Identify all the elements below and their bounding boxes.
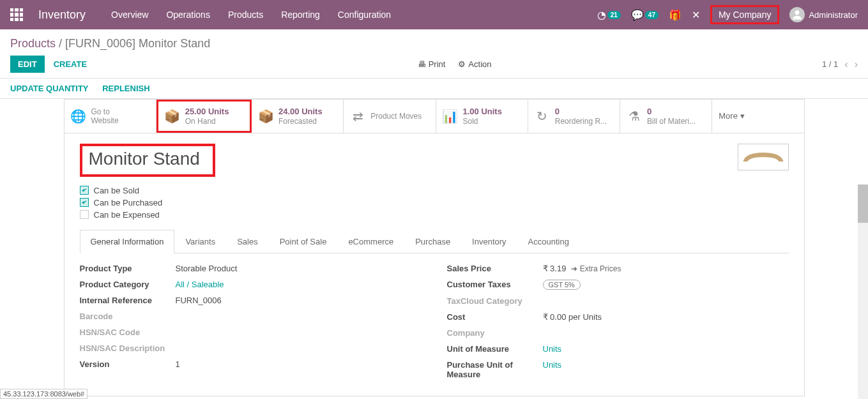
messages-indicator[interactable]: 💬 47: [631, 9, 659, 21]
can-be-sold-label: Can be Sold: [94, 186, 140, 195]
scrollbar-thumb[interactable]: [858, 184, 868, 223]
pager-text: 1 / 1: [822, 59, 838, 69]
timer-badge: 21: [607, 11, 621, 19]
edit-button[interactable]: EDIT: [10, 56, 45, 73]
internal-ref-label: Internal Reference: [80, 296, 176, 305]
tab-ecommerce[interactable]: eCommerce: [337, 230, 404, 253]
globe-icon: 🌐: [71, 109, 86, 124]
product-type-value: Storable Product: [176, 264, 422, 273]
cost-value: ₹ 0.00 per Units: [543, 312, 789, 322]
can-be-expensed-checkbox[interactable]: [80, 210, 89, 219]
menu-overview[interactable]: Overview: [111, 10, 148, 20]
taxcloud-label: TaxCloud Category: [447, 296, 543, 306]
uom-label: Unit of Measure: [447, 344, 543, 354]
status-bar: UPDATE QUANTITY REPLENISH: [0, 78, 868, 99]
menu-reporting[interactable]: Reporting: [281, 10, 320, 20]
puom-label: Purchase Unit of Measure: [447, 360, 543, 379]
hsn-label: HSN/SAC Code: [80, 327, 176, 337]
can-be-expensed-label: Can be Expensed: [94, 210, 160, 220]
customer-taxes-value[interactable]: GST 5%: [543, 280, 581, 290]
chart-icon: 📊: [443, 109, 458, 124]
version-label: Version: [80, 359, 176, 369]
customer-taxes-label: Customer Taxes: [447, 280, 543, 290]
stat-moves[interactable]: ⇄ Product Moves: [344, 100, 436, 133]
stat-reorder[interactable]: ↻ 0Reordering R...: [528, 100, 620, 133]
tab-purchase[interactable]: Purchase: [404, 230, 461, 253]
timer-indicator[interactable]: ◔ 21: [597, 9, 621, 21]
menu-configuration[interactable]: Configuration: [338, 10, 391, 20]
pager-prev[interactable]: ‹: [844, 59, 848, 70]
boxes-icon: 📦: [258, 109, 273, 124]
breadcrumb-current: [FURN_0006] Monitor Stand: [65, 37, 210, 50]
extra-prices-link[interactable]: ➜ Extra Prices: [571, 264, 621, 273]
close-icon[interactable]: ✕: [692, 9, 700, 21]
chat-icon: 💬: [631, 9, 644, 21]
puom-value[interactable]: Units: [543, 360, 562, 370]
scrollbar[interactable]: [858, 184, 868, 399]
stat-bom[interactable]: ⚗ 0Bill of Materi...: [620, 100, 712, 133]
tab-pos[interactable]: Point of Sale: [269, 230, 338, 253]
tab-general[interactable]: General Information: [80, 230, 175, 253]
status-url: 45.33.123.173:8083/web#: [0, 389, 88, 399]
uom-value[interactable]: Units: [543, 344, 562, 354]
can-be-purchased-label: Can be Purchased: [94, 198, 163, 207]
product-name: Monitor Stand: [89, 149, 200, 169]
update-quantity-button[interactable]: UPDATE QUANTITY: [10, 84, 89, 93]
avatar-icon: [789, 7, 805, 22]
version-value: 1: [176, 359, 422, 369]
company-label: Company: [447, 328, 543, 338]
clock-icon: ◔: [597, 9, 606, 21]
tab-sales[interactable]: Sales: [226, 230, 269, 253]
hsn-value: [176, 327, 422, 337]
product-title-box: Monitor Stand: [80, 144, 215, 177]
stat-forecast[interactable]: 📦 24.00 UnitsForecasted: [252, 100, 344, 133]
replenish-button[interactable]: REPLENISH: [102, 84, 149, 93]
tab-inventory[interactable]: Inventory: [461, 230, 517, 253]
sales-price-label: Sales Price: [447, 264, 543, 273]
category-value[interactable]: All / Saleable: [176, 280, 224, 289]
category-label: Product Category: [80, 280, 176, 289]
product-image[interactable]: [738, 144, 789, 170]
exchange-icon: ⇄: [350, 109, 365, 124]
menu-operations[interactable]: Operations: [166, 10, 209, 20]
product-type-label: Product Type: [80, 264, 176, 273]
create-button[interactable]: CREATE: [54, 59, 87, 69]
tab-variants[interactable]: Variants: [174, 230, 226, 253]
can-be-purchased-checkbox[interactable]: [80, 198, 89, 207]
pager-next[interactable]: ›: [855, 59, 858, 70]
gift-icon[interactable]: 🎁: [669, 9, 681, 21]
company-selector[interactable]: My Company: [710, 5, 779, 24]
pager: 1 / 1 ‹ ›: [822, 59, 858, 70]
apps-icon[interactable]: [10, 8, 23, 21]
boxes-icon: 📦: [165, 109, 180, 124]
form-sheet: 🌐 Go toWebsite 📦 25.00 UnitsOn Hand 📦 24…: [64, 99, 805, 396]
svg-point-0: [795, 10, 800, 15]
user-menu[interactable]: Administrator: [789, 7, 858, 22]
barcode-label: Barcode: [80, 312, 176, 321]
stat-more[interactable]: More ▾: [712, 100, 803, 133]
cost-label: Cost: [447, 312, 543, 322]
company-value: [543, 328, 789, 338]
right-column: Sales Price₹ 3.19➜ Extra Prices Customer…: [447, 264, 789, 386]
tabs: General Information Variants Sales Point…: [80, 230, 789, 253]
topbar: Inventory Overview Operations Products R…: [0, 0, 868, 29]
left-column: Product TypeStorable Product Product Cat…: [80, 264, 422, 386]
refresh-icon: ↻: [535, 109, 550, 124]
menu-products[interactable]: Products: [228, 10, 263, 20]
print-button[interactable]: 🖶Print: [418, 59, 446, 69]
stat-sold[interactable]: 📊 1.00 UnitsSold: [436, 100, 528, 133]
app-title: Inventory: [38, 8, 86, 22]
caret-down-icon: ▾: [740, 111, 745, 121]
hsn-desc-label: HSN/SAC Description: [80, 343, 176, 353]
print-icon: 🖶: [418, 59, 426, 69]
barcode-value: [176, 312, 422, 321]
can-be-sold-checkbox[interactable]: [80, 186, 89, 195]
stat-onhand[interactable]: 📦 25.00 UnitsOn Hand: [156, 100, 252, 133]
stat-website[interactable]: 🌐 Go toWebsite: [65, 100, 156, 133]
internal-ref-value: FURN_0006: [176, 296, 422, 305]
user-name: Administrator: [809, 10, 858, 20]
tab-accounting[interactable]: Accounting: [517, 230, 580, 253]
action-button[interactable]: ⚙Action: [458, 59, 491, 69]
breadcrumb-parent[interactable]: Products: [10, 37, 56, 50]
top-menu: Overview Operations Products Reporting C…: [111, 10, 391, 20]
